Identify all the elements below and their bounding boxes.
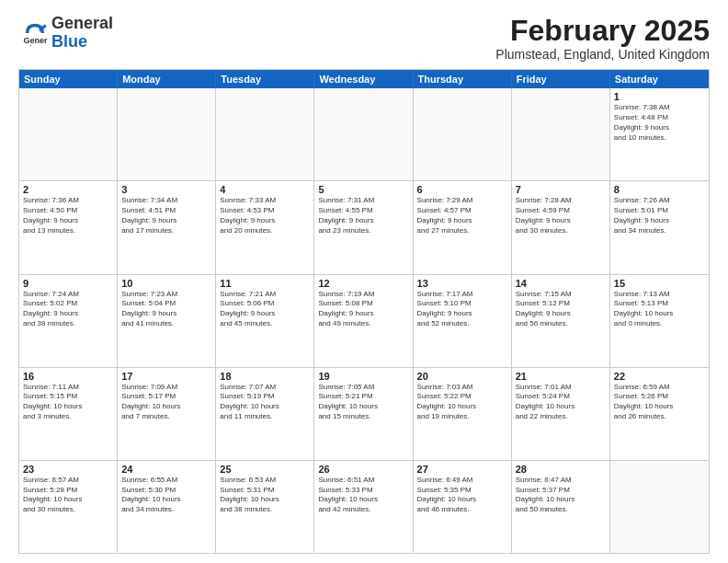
day-number: 26 xyxy=(318,464,408,475)
day-number: 14 xyxy=(516,278,606,289)
calendar-body: 1Sunrise: 7:38 AMSunset: 4:48 PMDaylight… xyxy=(19,88,709,553)
day-info: Sunrise: 7:33 AMSunset: 4:53 PMDaylight:… xyxy=(220,196,310,236)
table-row: 24Sunrise: 6:55 AMSunset: 5:30 PMDayligh… xyxy=(118,461,216,553)
day-info: Sunrise: 7:13 AMSunset: 5:13 PMDaylight:… xyxy=(614,290,705,329)
day-info: Sunrise: 7:07 AMSunset: 5:19 PMDaylight:… xyxy=(220,383,310,422)
day-number: 28 xyxy=(516,464,606,475)
table-row: 27Sunrise: 6:49 AMSunset: 5:35 PMDayligh… xyxy=(414,461,512,553)
calendar-header: Sunday Monday Tuesday Wednesday Thursday… xyxy=(19,70,709,88)
day-info: Sunrise: 7:11 AMSunset: 5:15 PMDaylight:… xyxy=(23,383,113,422)
table-row xyxy=(512,88,610,180)
table-row: 17Sunrise: 7:09 AMSunset: 5:17 PMDayligh… xyxy=(118,368,216,460)
header-thursday: Thursday xyxy=(414,70,512,88)
day-info: Sunrise: 7:23 AMSunset: 5:04 PMDaylight:… xyxy=(121,290,211,329)
day-number: 23 xyxy=(23,464,113,475)
day-number: 16 xyxy=(23,371,113,382)
table-row: 10Sunrise: 7:23 AMSunset: 5:04 PMDayligh… xyxy=(118,275,216,367)
day-info: Sunrise: 7:36 AMSunset: 4:50 PMDaylight:… xyxy=(23,196,113,236)
table-row: 9Sunrise: 7:24 AMSunset: 5:02 PMDaylight… xyxy=(19,275,118,367)
day-info: Sunrise: 7:01 AMSunset: 5:24 PMDaylight:… xyxy=(516,383,606,422)
day-info: Sunrise: 6:59 AMSunset: 5:26 PMDaylight:… xyxy=(614,383,705,422)
calendar-title: February 2025 xyxy=(495,15,710,47)
day-number: 5 xyxy=(318,184,408,195)
day-number: 10 xyxy=(121,278,211,289)
day-info: Sunrise: 7:29 AMSunset: 4:57 PMDaylight:… xyxy=(417,196,507,236)
day-info: Sunrise: 6:51 AMSunset: 5:33 PMDaylight:… xyxy=(318,476,408,515)
day-number: 19 xyxy=(318,371,408,382)
table-row: 21Sunrise: 7:01 AMSunset: 5:24 PMDayligh… xyxy=(512,368,610,460)
table-row: 20Sunrise: 7:03 AMSunset: 5:22 PMDayligh… xyxy=(414,368,512,460)
day-info: Sunrise: 7:28 AMSunset: 4:59 PMDaylight:… xyxy=(516,196,606,236)
day-number: 20 xyxy=(417,371,507,382)
table-row: 28Sunrise: 6:47 AMSunset: 5:37 PMDayligh… xyxy=(512,461,610,553)
table-row: 3Sunrise: 7:34 AMSunset: 4:51 PMDaylight… xyxy=(118,181,216,273)
header-monday: Monday xyxy=(118,70,216,88)
day-info: Sunrise: 6:47 AMSunset: 5:37 PMDaylight:… xyxy=(516,476,606,515)
table-row xyxy=(610,461,709,553)
day-info: Sunrise: 7:21 AMSunset: 5:06 PMDaylight:… xyxy=(220,290,310,329)
cal-row-0: 1Sunrise: 7:38 AMSunset: 4:48 PMDaylight… xyxy=(19,88,709,181)
cal-row-1: 2Sunrise: 7:36 AMSunset: 4:50 PMDaylight… xyxy=(19,181,709,274)
table-row: 16Sunrise: 7:11 AMSunset: 5:15 PMDayligh… xyxy=(19,368,118,460)
header-wednesday: Wednesday xyxy=(314,70,413,88)
table-row xyxy=(216,88,314,180)
day-info: Sunrise: 7:05 AMSunset: 5:21 PMDaylight:… xyxy=(318,383,408,422)
day-info: Sunrise: 7:24 AMSunset: 5:02 PMDaylight:… xyxy=(23,290,113,329)
table-row: 7Sunrise: 7:28 AMSunset: 4:59 PMDaylight… xyxy=(512,181,610,273)
day-number: 1 xyxy=(614,91,705,102)
day-info: Sunrise: 7:17 AMSunset: 5:10 PMDaylight:… xyxy=(417,290,507,329)
day-info: Sunrise: 7:15 AMSunset: 5:12 PMDaylight:… xyxy=(516,290,606,329)
day-info: Sunrise: 7:19 AMSunset: 5:08 PMDaylight:… xyxy=(318,290,408,329)
header-friday: Friday xyxy=(512,70,610,88)
day-info: Sunrise: 7:09 AMSunset: 5:17 PMDaylight:… xyxy=(121,383,211,422)
logo-text: General Blue xyxy=(51,15,113,52)
day-number: 4 xyxy=(220,184,310,195)
table-row: 25Sunrise: 6:53 AMSunset: 5:31 PMDayligh… xyxy=(216,461,314,553)
cal-row-3: 16Sunrise: 7:11 AMSunset: 5:15 PMDayligh… xyxy=(19,368,709,461)
day-number: 11 xyxy=(220,278,310,289)
table-row: 6Sunrise: 7:29 AMSunset: 4:57 PMDaylight… xyxy=(414,181,512,273)
table-row: 4Sunrise: 7:33 AMSunset: 4:53 PMDaylight… xyxy=(216,181,314,273)
day-number: 27 xyxy=(417,464,507,475)
table-row: 2Sunrise: 7:36 AMSunset: 4:50 PMDaylight… xyxy=(19,181,118,273)
title-block: February 2025 Plumstead, England, United… xyxy=(495,15,710,62)
table-row: 15Sunrise: 7:13 AMSunset: 5:13 PMDayligh… xyxy=(610,275,709,367)
header-tuesday: Tuesday xyxy=(216,70,314,88)
calendar-subtitle: Plumstead, England, United Kingdom xyxy=(495,47,710,62)
table-row: 1Sunrise: 7:38 AMSunset: 4:48 PMDaylight… xyxy=(610,88,709,180)
svg-text:Blue: Blue xyxy=(23,43,41,45)
day-info: Sunrise: 6:57 AMSunset: 5:28 PMDaylight:… xyxy=(23,476,113,515)
logo-blue: Blue xyxy=(51,32,87,51)
cal-row-2: 9Sunrise: 7:24 AMSunset: 5:02 PMDaylight… xyxy=(19,275,709,368)
logo-icon: General Blue xyxy=(22,20,48,46)
table-row: 5Sunrise: 7:31 AMSunset: 4:55 PMDaylight… xyxy=(314,181,413,273)
day-number: 18 xyxy=(220,371,310,382)
table-row: 8Sunrise: 7:26 AMSunset: 5:01 PMDaylight… xyxy=(610,181,709,273)
day-info: Sunrise: 7:38 AMSunset: 4:48 PMDaylight:… xyxy=(614,103,705,143)
logo: General Blue General Blue xyxy=(18,15,113,52)
day-info: Sunrise: 7:26 AMSunset: 5:01 PMDaylight:… xyxy=(614,196,705,236)
day-number: 8 xyxy=(614,184,705,195)
day-number: 2 xyxy=(23,184,113,195)
day-number: 17 xyxy=(121,371,211,382)
table-row: 22Sunrise: 6:59 AMSunset: 5:26 PMDayligh… xyxy=(610,368,709,460)
day-info: Sunrise: 6:53 AMSunset: 5:31 PMDaylight:… xyxy=(220,476,310,515)
day-number: 12 xyxy=(318,278,408,289)
day-info: Sunrise: 7:31 AMSunset: 4:55 PMDaylight:… xyxy=(318,196,408,236)
cal-row-4: 23Sunrise: 6:57 AMSunset: 5:28 PMDayligh… xyxy=(19,461,709,553)
table-row xyxy=(414,88,512,180)
day-number: 25 xyxy=(220,464,310,475)
day-number: 9 xyxy=(23,278,113,289)
day-number: 3 xyxy=(121,184,211,195)
table-row: 26Sunrise: 6:51 AMSunset: 5:33 PMDayligh… xyxy=(314,461,413,553)
table-row: 23Sunrise: 6:57 AMSunset: 5:28 PMDayligh… xyxy=(19,461,118,553)
table-row: 11Sunrise: 7:21 AMSunset: 5:06 PMDayligh… xyxy=(216,275,314,367)
day-info: Sunrise: 6:49 AMSunset: 5:35 PMDaylight:… xyxy=(417,476,507,515)
day-number: 13 xyxy=(417,278,507,289)
calendar: Sunday Monday Tuesday Wednesday Thursday… xyxy=(18,69,710,554)
header: General Blue General Blue February 2025 … xyxy=(18,15,710,62)
day-info: Sunrise: 7:34 AMSunset: 4:51 PMDaylight:… xyxy=(121,196,211,236)
day-number: 24 xyxy=(121,464,211,475)
table-row xyxy=(19,88,118,180)
day-number: 15 xyxy=(614,278,705,289)
